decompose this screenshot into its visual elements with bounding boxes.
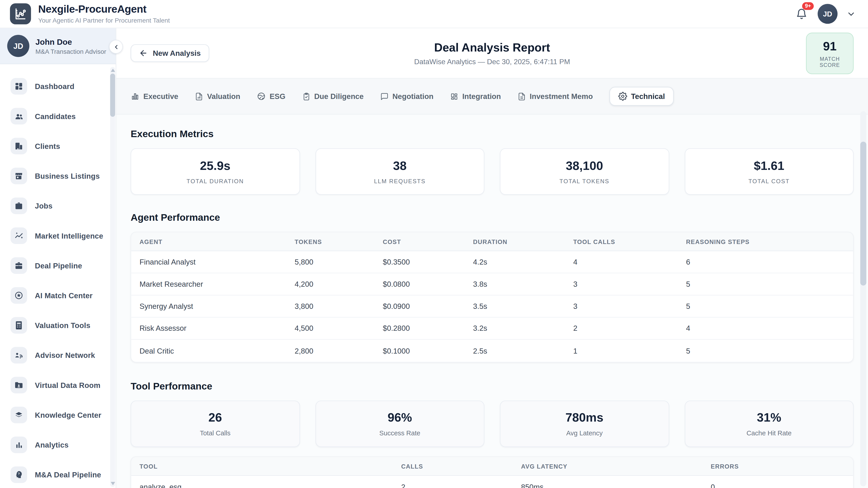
sidebar-item-label: Analytics xyxy=(35,441,68,449)
tab-label: Technical xyxy=(631,92,665,101)
profile-name: John Doe xyxy=(35,37,106,46)
building-icon xyxy=(11,138,27,154)
metric-value: 38 xyxy=(393,159,407,173)
sidebar-item-analytics[interactable]: Analytics xyxy=(11,436,101,453)
sidebar-item-knowledge-center[interactable]: Knowledge Center xyxy=(11,407,101,423)
sidebar-item-jobs[interactable]: Jobs xyxy=(11,197,101,214)
app-window: Nexgile-ProcureAgent Your Agentic AI Par… xyxy=(0,0,868,488)
table-header-row: AGENT TOKENS COST DURATION TOOL CALLS RE… xyxy=(131,232,853,251)
metric-value: 38,100 xyxy=(566,159,603,173)
tab-due-diligence[interactable]: Due Diligence xyxy=(302,92,364,101)
metric-label: LLM REQUESTS xyxy=(374,177,426,184)
sidebar-item-business-listings[interactable]: Business Listings xyxy=(11,168,101,184)
metric-card-llm-requests: 38 LLM REQUESTS xyxy=(315,148,485,195)
chevron-down-icon[interactable] xyxy=(846,9,856,19)
sidebar-item-valuation-tools[interactable]: Valuation Tools xyxy=(11,317,101,333)
file-text-icon xyxy=(518,92,526,101)
chevron-left-icon xyxy=(113,43,119,50)
sidebar-item-dashboard[interactable]: Dashboard xyxy=(11,78,101,94)
column-header: AVG LATENCY xyxy=(521,463,711,469)
advisor-network-icon xyxy=(11,347,27,363)
metric-label: Cache Hit Rate xyxy=(747,429,792,437)
page-subtitle: DataWise Analytics — Dec 30, 2025, 6:47:… xyxy=(414,57,570,66)
main-scrollbar-thumb[interactable] xyxy=(860,142,866,286)
column-header: TOOL CALLS xyxy=(573,238,686,245)
metric-label: TOTAL TOKENS xyxy=(559,177,610,184)
cell: 4,200 xyxy=(295,280,383,288)
cell: $0.2800 xyxy=(383,324,473,332)
dashboard-icon xyxy=(11,78,27,94)
match-score-label: MATCH SCORE xyxy=(809,56,851,68)
sidebar-item-label: Market Intelligence xyxy=(35,232,103,240)
new-analysis-button[interactable]: New Analysis xyxy=(131,44,209,62)
layers-icon xyxy=(11,407,27,423)
tab-negotiation[interactable]: Negotiation xyxy=(380,92,434,101)
sidebar-item-label: Knowledge Center xyxy=(35,411,101,419)
sidebar-collapse-button[interactable] xyxy=(109,40,123,54)
arrow-left-icon xyxy=(139,49,148,58)
scroll-up-arrow-icon[interactable] xyxy=(111,69,115,72)
cell: 850ms xyxy=(521,483,711,488)
folder-user-icon xyxy=(11,377,27,393)
sidebar-item-candidates[interactable]: Candidates xyxy=(11,108,101,125)
sidebar-item-label: Advisor Network xyxy=(35,351,95,359)
new-analysis-label: New Analysis xyxy=(153,49,201,57)
user-avatar[interactable]: JD xyxy=(817,4,837,24)
metric-label: Avg Latency xyxy=(566,429,602,437)
tab-label: Negotiation xyxy=(393,92,434,101)
metric-card-total-cost: $1.61 TOTAL COST xyxy=(684,148,854,195)
tool-performance-table: TOOL CALLS AVG LATENCY ERRORS analyze_es… xyxy=(131,456,854,488)
app-tagline: Your Agentic AI Partner for Procurement … xyxy=(38,17,170,24)
sidebar: JD John Doe M&A Transaction Advisor Dash xyxy=(0,28,116,488)
tool-performance-heading: Tool Performance xyxy=(131,381,854,392)
cell: Financial Analyst xyxy=(140,258,294,266)
execution-metrics-heading: Execution Metrics xyxy=(131,128,854,140)
sidebar-item-label: Clients xyxy=(35,142,60,150)
table-row: Synergy Analyst 3,800 $0.0900 3.5s 3 5 xyxy=(131,295,853,318)
report-tabs: Executive Valuation ESG Due Diligence Ne… xyxy=(116,78,868,115)
tab-label: Investment Memo xyxy=(530,92,593,101)
cell: 2,800 xyxy=(295,347,383,355)
sidebar-item-label: Valuation Tools xyxy=(35,321,90,330)
metric-value: 96% xyxy=(388,411,412,425)
tab-esg[interactable]: ESG xyxy=(257,92,285,101)
chat-icon xyxy=(380,92,389,101)
sidebar-item-ma-deal-pipeline[interactable]: ? M&A Deal Pipeline xyxy=(11,466,101,483)
tool-card-total-calls: 26 Total Calls xyxy=(131,400,300,447)
tab-technical[interactable]: Technical xyxy=(610,87,674,105)
sidebar-item-virtual-data-room[interactable]: Virtual Data Room xyxy=(11,377,101,393)
table-row: Deal Critic 2,800 $0.1000 2.5s 1 5 xyxy=(131,340,853,362)
sidebar-item-ai-match-center[interactable]: AI Match Center xyxy=(11,287,101,304)
cell: 4.2s xyxy=(473,258,573,266)
file-chart-icon xyxy=(195,92,203,101)
tab-label: Executive xyxy=(143,92,178,101)
tab-integration[interactable]: Integration xyxy=(450,92,501,101)
cell: 3.2s xyxy=(473,324,573,332)
tab-investment-memo[interactable]: Investment Memo xyxy=(518,92,593,101)
cell: 3,800 xyxy=(295,302,383,311)
briefcase-icon xyxy=(11,197,27,214)
trending-chart-icon xyxy=(11,228,27,244)
tool-card-avg-latency: 780ms Avg Latency xyxy=(500,400,669,447)
sidebar-item-advisor-network[interactable]: Advisor Network xyxy=(11,347,101,363)
sidebar-item-label: Virtual Data Room xyxy=(35,381,100,389)
notifications-button[interactable]: 9+ xyxy=(794,6,809,21)
column-header: REASONING STEPS xyxy=(686,238,845,245)
cell: 2 xyxy=(573,324,686,332)
scroll-down-arrow-icon[interactable] xyxy=(111,482,115,485)
sidebar-scrollbar[interactable] xyxy=(110,67,115,487)
cell: 4 xyxy=(573,258,686,266)
cell: 5 xyxy=(686,280,845,288)
table-row: Financial Analyst 5,800 $0.3500 4.2s 4 6 xyxy=(131,251,853,273)
tab-executive[interactable]: Executive xyxy=(131,92,178,101)
metric-value: 25.9s xyxy=(200,159,230,173)
match-score-value: 91 xyxy=(809,39,851,54)
tab-valuation[interactable]: Valuation xyxy=(195,92,240,101)
main-scrollbar[interactable] xyxy=(860,111,866,486)
cell: 4 xyxy=(686,324,845,332)
sidebar-item-market-intelligence[interactable]: Market Intelligence xyxy=(11,228,101,244)
sidebar-item-label: Jobs xyxy=(35,202,53,210)
sidebar-scrollbar-thumb[interactable] xyxy=(110,74,115,117)
sidebar-item-clients[interactable]: Clients xyxy=(11,138,101,154)
sidebar-item-deal-pipeline[interactable]: Deal Pipeline xyxy=(11,257,101,274)
